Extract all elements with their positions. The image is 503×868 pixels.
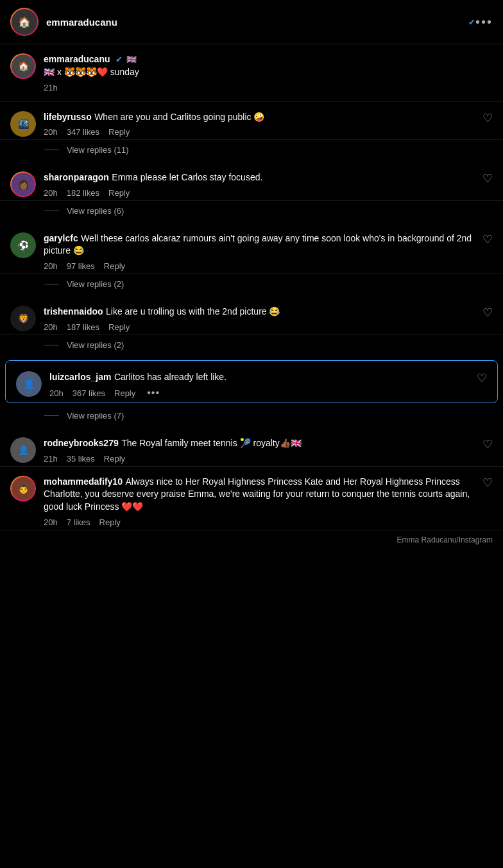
likes-garylcfc: 97 likes <box>67 261 95 271</box>
text-lifebyrusso: When are you and Carlitos going public 🤪 <box>94 112 264 122</box>
view-replies-label-trishennaidoo[interactable]: View replies (2) <box>67 340 124 350</box>
timestamp-trishennaidoo: 20h <box>44 322 58 332</box>
timestamp-sharonparagon: 20h <box>44 188 58 198</box>
post-meta: 21h <box>44 83 493 92</box>
meta-garylcfc: 20h 97 likes Reply <box>44 261 475 271</box>
reply-button-garylcfc[interactable]: Reply <box>104 261 125 271</box>
comment-rodneybrooks279: 👤 rodneybrooks279 The Royal family meet … <box>0 428 503 467</box>
comment-body-garylcfc: garylcfc Well these carlos alcaraz rumou… <box>44 232 475 271</box>
username-mohammedafify10: mohammedafify10 <box>44 476 123 487</box>
comment-body-rodneybrooks279: rodneybrooks279 The Royal family meet te… <box>44 437 475 464</box>
more-options-button[interactable]: ••• <box>475 15 493 30</box>
reply-button-luizcarlos-jam[interactable]: Reply <box>114 388 135 398</box>
likes-rodneybrooks279: 35 likes <box>67 454 95 464</box>
reply-button-trishennaidoo[interactable]: Reply <box>108 322 130 332</box>
post-text: 🇬🇧 x 🐯🐯🐯❤️ sunday <box>44 66 493 79</box>
view-replies-label-lifebyrusso[interactable]: View replies (11) <box>67 145 129 155</box>
comment-body-trishennaidoo: trishennaidoo Like are u trolling us wit… <box>44 306 475 332</box>
username-trishennaidoo: trishennaidoo <box>44 306 103 317</box>
view-replies-lifebyrusso[interactable]: View replies (11) <box>0 140 503 162</box>
post-header: 🏠 emmaraducanu ✔ ••• <box>0 0 503 44</box>
meta-sharonparagon: 20h 182 likes Reply <box>44 188 475 198</box>
view-replies-luizcarlos-jam[interactable]: View replies (7) <box>0 406 503 428</box>
meta-luizcarlos-jam: 20h 367 likes Reply ••• <box>49 387 469 399</box>
view-replies-garylcfc[interactable]: View replies (2) <box>0 274 503 297</box>
avatar-mohammedafify10[interactable]: 👨 <box>10 476 36 501</box>
avatar-lifebyrusso[interactable]: 🌃 <box>10 111 36 137</box>
like-icon-sharonparagon[interactable]: ♡ <box>475 171 493 186</box>
timestamp-luizcarlos-jam: 20h <box>49 388 64 398</box>
reply-button-mohammedafify10[interactable]: Reply <box>99 517 121 527</box>
like-icon-lifebyrusso[interactable]: ♡ <box>475 111 493 125</box>
comment-trishennaidoo: 🦁 trishennaidoo Like are u trolling us w… <box>0 297 503 358</box>
comment-garylcfc: ⚽ garylcfc Well these carlos alcaraz rum… <box>0 223 503 297</box>
view-replies-line <box>44 150 59 150</box>
username-luizcarlos-jam: luizcarlos_jam <box>49 372 112 382</box>
reply-button-sharonparagon[interactable]: Reply <box>108 188 130 198</box>
more-options-comment-luizcarlos[interactable]: ••• <box>147 387 160 399</box>
avatar-image-mohammedafify10: 👨 <box>12 477 35 500</box>
post-body: emmaraducanu ✔ 🇬🇧 🇬🇧 x 🐯🐯🐯❤️ sunday 21h <box>44 53 493 92</box>
avatar-luizcarlos-jam[interactable]: 👤 <box>16 371 42 397</box>
flag-icon: 🇬🇧 <box>126 55 137 64</box>
username-rodneybrooks279: rodneybrooks279 <box>44 438 119 448</box>
meta-mohammedafify10: 20h 7 likes Reply <box>44 517 475 527</box>
text-rodneybrooks279: The Royal family meet tennis 🎾 royalty👍🏾… <box>121 438 302 448</box>
avatar-sharonparagon[interactable]: 👩🏾 <box>10 171 36 197</box>
verified-icon: ✔ <box>468 17 475 27</box>
post-author-avatar[interactable]: 🏠 <box>10 53 36 79</box>
text-garylcfc: Well these carlos alcaraz rumours ain't … <box>44 233 472 256</box>
meta-trishennaidoo: 20h 187 likes Reply <box>44 322 475 332</box>
avatar-garylcfc[interactable]: ⚽ <box>10 232 36 258</box>
likes-trishennaidoo: 187 likes <box>67 322 99 332</box>
original-post: 🏠 emmaraducanu ✔ 🇬🇧 🇬🇧 x 🐯🐯🐯❤️ sunday 21… <box>0 44 503 102</box>
view-replies-label-garylcfc[interactable]: View replies (2) <box>67 279 124 289</box>
like-icon-mohammedafify10[interactable]: ♡ <box>475 476 493 490</box>
reply-button-rodneybrooks279[interactable]: Reply <box>104 454 125 464</box>
username-sharonparagon: sharonparagon <box>44 172 109 182</box>
view-replies-line-5 <box>44 415 59 416</box>
comment-luizcarlos-jam: 👤 luizcarlos_jam Carlitos has already le… <box>5 360 498 404</box>
timestamp-mohammedafify10: 20h <box>44 517 58 527</box>
view-replies-label-sharonparagon[interactable]: View replies (6) <box>67 206 124 216</box>
like-icon-garylcfc[interactable]: ♡ <box>475 232 493 247</box>
like-icon-trishennaidoo[interactable]: ♡ <box>475 306 493 320</box>
view-replies-sharonparagon[interactable]: View replies (6) <box>0 201 503 223</box>
username-garylcfc: garylcfc <box>44 233 78 243</box>
view-replies-trishennaidoo[interactable]: View replies (2) <box>0 335 503 358</box>
comment-sharonparagon: 👩🏾 sharonparagon Emma please let Carlos … <box>0 162 503 223</box>
view-replies-label-luizcarlos-jam[interactable]: View replies (7) <box>67 411 124 421</box>
likes-lifebyrusso: 347 likes <box>67 127 99 137</box>
post-author-avatar-image: 🏠 <box>12 55 35 78</box>
likes-sharonparagon: 182 likes <box>67 188 99 198</box>
like-icon-rodneybrooks279[interactable]: ♡ <box>475 437 493 451</box>
view-replies-line-2 <box>44 211 59 211</box>
avatar-rodneybrooks279[interactable]: 👤 <box>10 437 36 463</box>
username-lifebyrusso: lifebyrusso <box>44 112 92 122</box>
post-verified-icon: ✔ <box>115 55 123 64</box>
comment-body-mohammedafify10: mohammedafify10 Always nice to Her Royal… <box>44 476 475 527</box>
comment-body-lifebyrusso: lifebyrusso When are you and Carlitos go… <box>44 111 475 137</box>
post-author-username[interactable]: emmaraducanu <box>44 54 110 64</box>
avatar-trishennaidoo[interactable]: 🦁 <box>10 306 36 331</box>
meta-lifebyrusso: 20h 347 likes Reply <box>44 127 475 137</box>
post-timestamp: 21h <box>44 83 58 92</box>
text-trishennaidoo: Like are u trolling us with the 2nd pict… <box>106 306 280 317</box>
header-avatar[interactable]: 🏠 <box>10 8 38 36</box>
view-replies-line-4 <box>44 345 59 345</box>
timestamp-garylcfc: 20h <box>44 261 58 271</box>
reply-button-lifebyrusso[interactable]: Reply <box>108 127 130 137</box>
avatar-image-sharonparagon: 👩🏾 <box>12 173 35 196</box>
like-icon-luizcarlos-jam[interactable]: ♡ <box>469 371 487 385</box>
header-avatar-image: 🏠 <box>12 9 37 35</box>
comment-body-luizcarlos-jam: luizcarlos_jam Carlitos has already left… <box>49 371 469 399</box>
header-username[interactable]: emmaraducanu <box>46 17 466 28</box>
timestamp-rodneybrooks279: 21h <box>44 454 58 464</box>
meta-rodneybrooks279: 21h 35 likes Reply <box>44 454 475 464</box>
likes-luizcarlos-jam: 367 likes <box>72 388 105 398</box>
text-sharonparagon: Emma please let Carlos stay focused. <box>112 172 262 182</box>
likes-mohammedafify10: 7 likes <box>67 517 90 527</box>
comment-mohammedafify10: 👨 mohammedafify10 Always nice to Her Roy… <box>0 467 503 530</box>
timestamp-lifebyrusso: 20h <box>44 127 58 137</box>
view-replies-line-3 <box>44 284 59 284</box>
